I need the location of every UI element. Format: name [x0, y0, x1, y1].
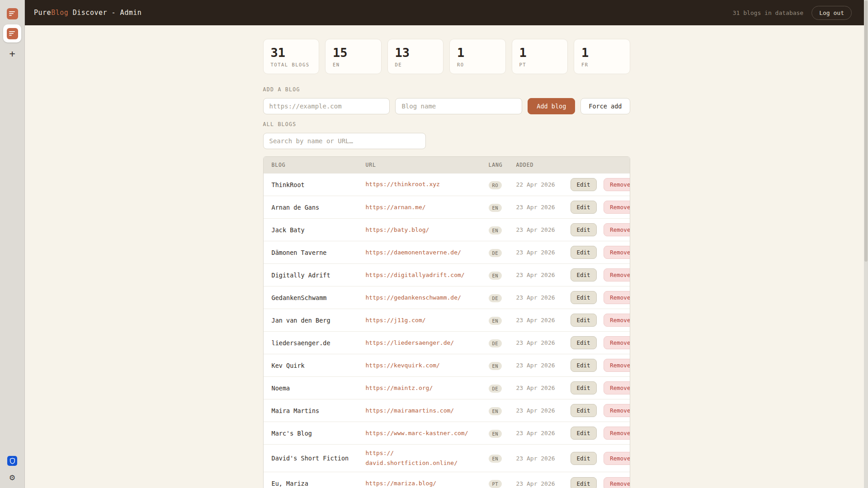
added-date: 23 Apr 2026	[516, 264, 571, 286]
blog-name: Dämonen Taverne	[264, 241, 366, 264]
blog-name: Digitally Adrift	[264, 264, 366, 286]
stat-label: FR	[581, 62, 623, 67]
blog-url-link[interactable]: https://​gedankenschwamm.de/	[366, 289, 480, 306]
blog-name: Maira Martins	[264, 399, 366, 422]
edit-button[interactable]: Edit	[571, 201, 597, 214]
stats-row: 31 TOTAL BLOGS 15 EN 13 DE 1 RO 1 PT 1 F…	[263, 39, 630, 74]
edit-button[interactable]: Edit	[571, 452, 597, 465]
stat-label: DE	[395, 62, 436, 67]
lang-badge: RO	[489, 181, 502, 189]
edit-button[interactable]: Edit	[571, 381, 597, 394]
add-blog-button[interactable]: Add blog	[528, 98, 575, 114]
force-add-button[interactable]: Force add	[580, 98, 630, 114]
header-added: ADDED	[516, 157, 571, 174]
table-row: Digitally Adrift https://​digitallyadrif…	[264, 264, 630, 286]
blog-name: Eu, Mariza	[264, 472, 366, 488]
settings-gear-icon[interactable]: ⚙	[9, 473, 15, 482]
edit-button[interactable]: Edit	[571, 477, 597, 488]
remove-button[interactable]: Remove	[604, 201, 630, 214]
stat-label: PT	[519, 62, 561, 67]
remove-button[interactable]: Remove	[604, 336, 630, 349]
lang-badge: DE	[489, 249, 502, 257]
bitwarden-shield-icon[interactable]	[7, 456, 17, 466]
remove-button[interactable]: Remove	[604, 477, 630, 488]
edit-button[interactable]: Edit	[571, 223, 597, 236]
edit-button[interactable]: Edit	[571, 268, 597, 282]
edit-button[interactable]: Edit	[571, 246, 597, 259]
blog-url-link[interactable]: https://​mairamartins.com/	[366, 402, 480, 419]
edit-button[interactable]: Edit	[571, 404, 597, 417]
remove-button[interactable]: Remove	[604, 381, 630, 394]
admin-content: 31 TOTAL BLOGS 15 EN 13 DE 1 RO 1 PT 1 F…	[25, 25, 868, 488]
topbar-right: 31 blogs in database Log out	[733, 6, 852, 20]
remove-button[interactable]: Remove	[604, 359, 630, 372]
all-blogs-section-label: ALL BLOGS	[263, 121, 630, 127]
lang-badge: EN	[489, 204, 502, 212]
blog-url-link[interactable]: https://​daemonentaverne.de/	[366, 244, 480, 261]
remove-button[interactable]: Remove	[604, 314, 630, 327]
edit-button[interactable]: Edit	[571, 336, 597, 349]
header-actions	[571, 157, 630, 174]
stat-card: 1 PT	[512, 39, 568, 74]
search-input[interactable]	[263, 133, 426, 149]
remove-button[interactable]: Remove	[604, 178, 630, 191]
header-blog: BLOG	[264, 157, 366, 174]
lang-badge: EN	[489, 430, 502, 438]
lang-badge: EN	[489, 317, 502, 325]
blog-url-link[interactable]: https://​baty.blog/	[366, 221, 480, 239]
lang-badge: EN	[489, 226, 502, 235]
stat-value: 15	[333, 45, 374, 61]
new-tab-button[interactable]: +	[9, 49, 15, 59]
stat-card: 1 FR	[574, 39, 630, 74]
title-pure: Pure	[34, 9, 51, 17]
blog-name: Kev Quirk	[264, 354, 366, 377]
blog-url-link[interactable]: https://​arnan.me/	[366, 199, 480, 216]
stat-value: 31	[271, 45, 312, 61]
title-rest: Discover - Admin	[68, 9, 142, 17]
header-url: URL	[366, 157, 489, 174]
blog-url-link[interactable]: https://​mariza.blog/	[366, 475, 480, 488]
browser-tab[interactable]	[3, 5, 21, 23]
lang-badge: DE	[489, 339, 502, 347]
blog-name: Jan van den Berg	[264, 309, 366, 332]
page-scrollbar-thumb[interactable]	[864, 0, 868, 262]
blog-url-link[interactable]: https://​david.shortfiction.online/	[366, 445, 480, 472]
blog-url-link[interactable]: https://​digitallyadrift.com/	[366, 267, 480, 284]
table-row: David's Short Fiction https://​david.sho…	[264, 445, 630, 472]
stat-value: 1	[519, 45, 561, 61]
blog-url-link[interactable]: https://​thinkroot.xyz	[366, 176, 480, 193]
table-row: Noema https://​maintz.org/ DE 23 Apr 202…	[264, 377, 630, 399]
blog-url-link[interactable]: https://​liedersaenger.de/	[366, 334, 480, 352]
remove-button[interactable]: Remove	[604, 246, 630, 259]
remove-button[interactable]: Remove	[604, 268, 630, 282]
added-date: 23 Apr 2026	[516, 399, 571, 422]
blog-url-link[interactable]: https://​j11g.com/	[366, 312, 480, 329]
browser-tab-active[interactable]	[3, 24, 21, 42]
blog-url-input[interactable]	[263, 98, 390, 114]
remove-button[interactable]: Remove	[604, 452, 630, 465]
table-row: Jan van den Berg https://​j11g.com/ EN 2…	[264, 309, 630, 332]
remove-button[interactable]: Remove	[604, 291, 630, 304]
header-lang: LANG	[489, 157, 516, 174]
edit-button[interactable]: Edit	[571, 427, 597, 440]
blog-url-link[interactable]: https://​maintz.org/	[366, 380, 480, 397]
edit-button[interactable]: Edit	[571, 314, 597, 327]
remove-button[interactable]: Remove	[604, 427, 630, 440]
added-date: 23 Apr 2026	[516, 196, 571, 219]
stat-value: 1	[581, 45, 623, 61]
blog-name-input[interactable]	[395, 98, 522, 114]
table-row: Jack Baty https://​baty.blog/ EN 23 Apr …	[264, 219, 630, 241]
blog-url-link[interactable]: https://​kevquirk.com/	[366, 357, 480, 374]
blog-name: liedersaenger.de	[264, 332, 366, 354]
edit-button[interactable]: Edit	[571, 291, 597, 304]
logout-button[interactable]: Log out	[811, 6, 852, 20]
table-row: Arnan de Gans https://​arnan.me/ EN 23 A…	[264, 196, 630, 219]
blog-url-link[interactable]: https://​www.marc-kastner.com/	[366, 425, 480, 442]
blog-name: GedankenSchwamm	[264, 286, 366, 309]
edit-button[interactable]: Edit	[571, 359, 597, 372]
edit-button[interactable]: Edit	[571, 178, 597, 191]
blog-name: Marc's Blog	[264, 422, 366, 445]
remove-button[interactable]: Remove	[604, 404, 630, 417]
added-date: 23 Apr 2026	[516, 219, 571, 241]
remove-button[interactable]: Remove	[604, 223, 630, 236]
